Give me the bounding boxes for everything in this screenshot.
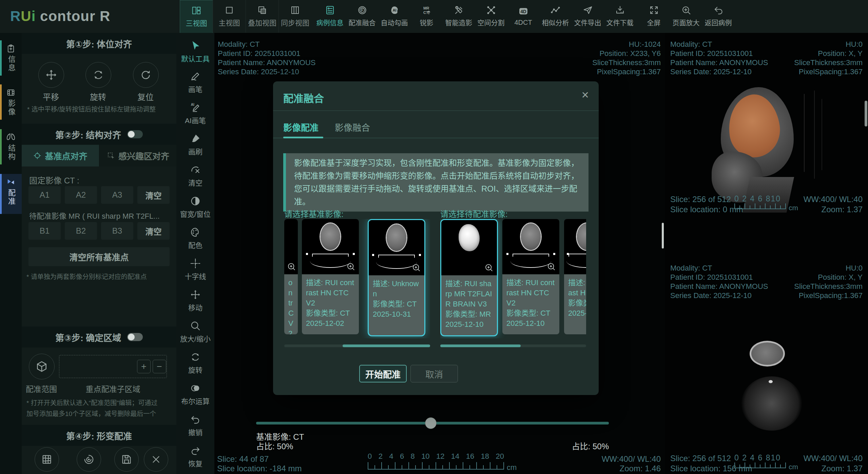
base-card-ct-2025-10-31-selected[interactable]: 描述: Unknown 影像类型: CT 2025-10-31	[368, 219, 425, 336]
fiducial-a3-button[interactable]: A3	[101, 186, 133, 204]
fiducial-b1-button[interactable]: B1	[28, 222, 61, 240]
topbar-tool-4dct[interactable]: 4D 4DCT	[507, 0, 539, 33]
rail-boolean[interactable]: 布尔运算	[176, 381, 214, 411]
rail-ai-pen[interactable]: AI AI画笔	[176, 100, 214, 130]
view-mode-main-view[interactable]: 主视图	[213, 0, 246, 33]
panel-window-info: WW:400/ WL:40Zoom: 1.37	[804, 194, 863, 215]
rail-crosshair[interactable]: 十字线	[176, 256, 214, 286]
spatial-split-icon	[486, 5, 496, 15]
right-view-axial[interactable]: Modality: CTPatient ID: 20251031001Patie…	[665, 259, 868, 474]
panel-window-info: WW:400/ WL:40Zoom: 1.37	[804, 453, 863, 474]
base-card-scrollbar[interactable]	[284, 344, 430, 347]
clear-all-fiducials-button[interactable]: 清空所有基准点	[28, 247, 170, 266]
save-result-button[interactable]	[114, 447, 139, 472]
topbar-tool-export[interactable]: 文件导出	[572, 0, 604, 33]
moving-card-partial[interactable]: 描述: R ast HN 影像类 2025-	[564, 219, 586, 334]
base-image-label: 基准影像: CT	[256, 432, 304, 442]
dialog-tab-registration[interactable]: 影像配准	[283, 121, 319, 133]
sidebar-tab-images[interactable]: 影像	[0, 84, 22, 120]
topbar-tool-page-zoom[interactable]: 页面放大	[670, 0, 702, 33]
moving-card-scrollbar[interactable]	[440, 344, 586, 347]
main-view-icon	[224, 5, 234, 15]
panel-scrollbar-thumb[interactable]	[865, 101, 867, 126]
fiducial-b2-button[interactable]: B2	[65, 222, 97, 240]
deepmorph-button[interactable]	[77, 447, 101, 472]
topbar-tool-fusion[interactable]: F 配准融合	[346, 0, 378, 33]
topbar-tool-sharp-image[interactable]: MRCT 锐影	[410, 0, 443, 33]
toggle-knob	[128, 334, 135, 340]
start-registration-button[interactable]: 开始配准	[359, 365, 407, 382]
film-icon	[6, 88, 16, 97]
three-view-icon	[191, 5, 201, 16]
base-card-partial[interactable]: ontr C V2 T )	[284, 219, 298, 334]
rail-move[interactable]: 移动	[176, 287, 214, 317]
topbar-tool-fullscreen[interactable]: 全屏	[638, 0, 670, 33]
rail-rotate[interactable]: 旋转	[176, 350, 214, 379]
remove-subregion-button[interactable]: −	[153, 360, 166, 373]
view-mode-three-view[interactable]: 三视图	[180, 0, 213, 33]
topbar-tool-case-info[interactable]: 病例信息	[314, 0, 346, 33]
scrollbar-thumb[interactable]	[440, 344, 521, 347]
right-view-column: Modality: CTPatient ID: 20251031001Patie…	[665, 33, 868, 474]
rail-pen[interactable]: 画笔	[176, 69, 214, 99]
rail-zoom[interactable]: 放大/缩小	[176, 318, 214, 348]
rotate-button[interactable]	[85, 62, 111, 88]
cancel-button[interactable]: 取消	[410, 365, 458, 382]
fusion-opacity-slider-knob[interactable]	[425, 417, 437, 429]
moving-card-ct-2025-12-10[interactable]: 描述: RUI contrast HN CTC V2 影像类型: CT 2025…	[502, 219, 559, 334]
topbar-tool-download[interactable]: 文件下载	[604, 0, 636, 33]
view-mode-overlay-view[interactable]: 叠加视图	[246, 0, 278, 33]
fiducial-a-clear-button[interactable]: 清空	[137, 186, 170, 204]
fiducial-a1-button[interactable]: A1	[28, 186, 61, 204]
topbar-tool-ai-contrast[interactable]: AI 智能造影	[443, 0, 475, 33]
zoom-in-icon[interactable]	[484, 263, 494, 273]
rail-default-tool[interactable]: 默认工具	[176, 38, 214, 67]
viewer-tool-rail: 默认工具 画笔 AI AI画笔 画刷 清空 窗宽/窗位 配色 十字线	[176, 33, 215, 474]
step3-toggle[interactable]	[127, 333, 143, 341]
rail-undo[interactable]: 撤销	[176, 412, 214, 442]
moving-card-mr-selected[interactable]: 描述: RUI sharp MR T2FLAIR BRAIN V3 影像类型: …	[440, 219, 498, 336]
tab-fiducial-align[interactable]: 基准点对齐	[22, 145, 99, 166]
scrollbar-thumb[interactable]	[343, 344, 430, 347]
right-view-sagittal[interactable]: Modality: CTPatient ID: 20251031001Patie…	[665, 33, 868, 253]
tab-roi-align[interactable]: 感兴趣区对齐	[99, 145, 176, 166]
sidebar-tab-info[interactable]: 信息	[0, 40, 22, 76]
roi-icon	[107, 152, 115, 160]
rail-palette[interactable]: 配色	[176, 225, 214, 255]
reset-button[interactable]	[133, 62, 159, 88]
viewer-scrollbar-thumb[interactable]	[662, 223, 664, 249]
sidebar-tab-structures[interactable]: 结构	[0, 129, 22, 164]
zoom-in-icon[interactable]	[346, 262, 356, 272]
rail-clear[interactable]: 清空	[176, 162, 214, 192]
fiducial-b-clear-button[interactable]: 清空	[137, 222, 170, 240]
rail-window-level[interactable]: 窗宽/窗位	[176, 194, 214, 223]
sidebar-tab-registration[interactable]: 配准	[0, 174, 22, 214]
topbar-tool-auto-contour[interactable]: AI 自动勾画	[378, 0, 410, 33]
dialog-close-icon[interactable]: ✕	[581, 90, 589, 101]
zoom-in-icon[interactable]	[287, 262, 296, 272]
add-subregion-button[interactable]: +	[137, 360, 151, 373]
topbar-tool-spatial-split[interactable]: 空间分割	[475, 0, 507, 33]
subregion-box	[59, 355, 167, 378]
view-mode-sync-view[interactable]: 同步视图	[278, 0, 311, 33]
base-card-ct-2025-12-02[interactable]: 描述: RUI contrast HN CTC V2 影像类型: CT 2025…	[302, 219, 359, 334]
close-step-button[interactable]	[144, 447, 168, 472]
card-description: ontr C V2 T )	[284, 274, 298, 334]
rail-redo[interactable]: 恢复	[176, 443, 214, 473]
svg-text:F: F	[361, 8, 363, 12]
palette-icon	[190, 227, 201, 238]
topbar-tool-similarity[interactable]: 相似分析	[539, 0, 572, 33]
dialog-tab-fusion[interactable]: 影像融合	[335, 121, 370, 133]
step1-note: * 选中平移/旋转按钮后按住鼠标左键拖动调整	[27, 104, 156, 113]
step2-toggle[interactable]	[127, 130, 143, 138]
fiducial-a2-button[interactable]: A2	[65, 186, 97, 204]
topbar-tool-back-to-case[interactable]: 返回病例	[702, 0, 734, 33]
registration-range-button[interactable]	[29, 354, 55, 379]
deepwarp-button[interactable]	[35, 447, 59, 472]
pan-button[interactable]	[38, 62, 64, 88]
zoom-in-icon[interactable]	[412, 263, 421, 273]
rail-brush[interactable]: 画刷	[176, 131, 214, 161]
deepmorph-icon	[83, 454, 95, 465]
fiducial-b3-button[interactable]: B3	[101, 222, 133, 240]
zoom-in-icon[interactable]	[547, 262, 556, 272]
